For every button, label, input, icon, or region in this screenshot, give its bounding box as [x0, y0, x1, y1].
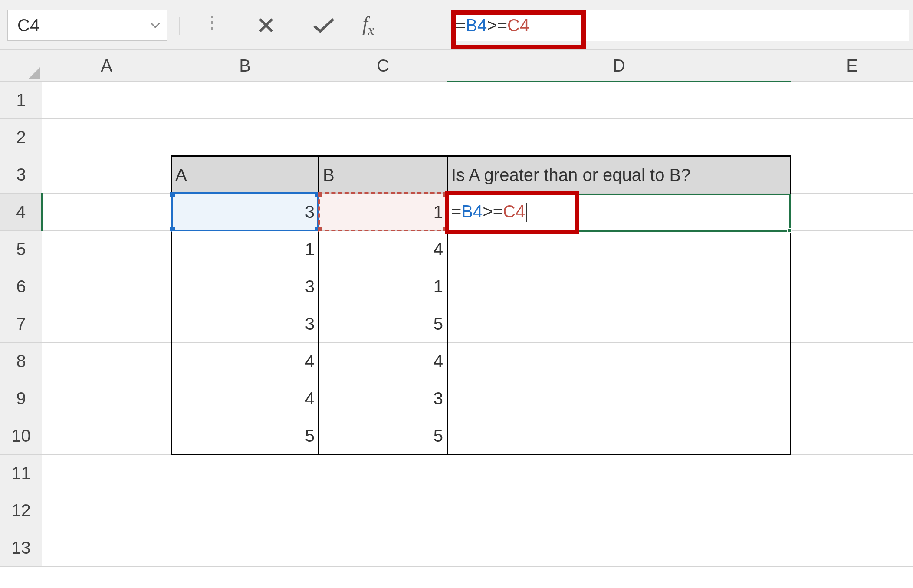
cell-D12[interactable]	[447, 492, 791, 529]
cell-C2[interactable]	[319, 119, 447, 156]
row-header-5[interactable]: 5	[0, 231, 42, 268]
cell-A12[interactable]	[42, 492, 171, 529]
cell-B6[interactable]: 3	[171, 268, 319, 305]
cell-D3[interactable]: Is A greater than or equal to B?	[447, 156, 791, 194]
cell-C9[interactable]: 3	[319, 380, 447, 417]
formula-bar-grip-icon[interactable]	[211, 16, 213, 30]
cell-E10[interactable]	[791, 417, 913, 455]
cell-A4[interactable]	[42, 194, 171, 231]
cell-D11[interactable]	[447, 455, 791, 492]
cell-B4[interactable]: 3	[171, 194, 319, 231]
cell-A2[interactable]	[42, 119, 171, 156]
cell-D1[interactable]	[447, 82, 791, 119]
cell-E12[interactable]	[791, 492, 913, 529]
cell-E9[interactable]	[791, 380, 913, 417]
row-header-8[interactable]: 8	[0, 343, 42, 380]
row-header-9[interactable]: 9	[0, 380, 42, 417]
cell-B1[interactable]	[171, 82, 319, 119]
cell-D4[interactable]: =B4>=C4	[447, 194, 791, 231]
row-header-11[interactable]: 11	[0, 455, 42, 492]
cell-B3[interactable]: A	[171, 156, 319, 194]
cell-A5[interactable]	[42, 231, 171, 268]
row-header-12[interactable]: 12	[0, 492, 42, 529]
cell-C8[interactable]: 4	[319, 343, 447, 380]
range-highlight-B4	[171, 192, 319, 232]
cell-A7[interactable]	[42, 305, 171, 343]
cell-A6[interactable]	[42, 268, 171, 305]
cell-D9[interactable]	[447, 380, 791, 417]
cell-C4[interactable]: 1	[319, 194, 447, 231]
column-header-E[interactable]: E	[791, 50, 913, 82]
cell-B9[interactable]: 4	[171, 380, 319, 417]
cell-D2[interactable]	[447, 119, 791, 156]
cell-B5[interactable]: 1	[171, 231, 319, 268]
cell-E7[interactable]	[791, 305, 913, 343]
cell-A8[interactable]	[42, 343, 171, 380]
row-header-4[interactable]: 4	[0, 194, 42, 231]
cell-D10[interactable]	[447, 417, 791, 455]
cell-B7[interactable]: 3	[171, 305, 319, 343]
insert-function-button[interactable]: fx	[362, 12, 374, 38]
row-header-13[interactable]: 13	[0, 529, 42, 567]
cell-C7[interactable]: 5	[319, 305, 447, 343]
row-header-1[interactable]: 1	[0, 82, 42, 119]
cell-B13[interactable]	[171, 529, 319, 567]
cell-E1[interactable]	[791, 82, 913, 119]
cell-A13[interactable]	[42, 529, 171, 567]
cell-D5[interactable]	[447, 231, 791, 268]
range-highlight-C4	[318, 192, 448, 232]
cell-C1[interactable]	[319, 82, 447, 119]
cell-C10[interactable]: 5	[319, 417, 447, 455]
cell-C3[interactable]: B	[319, 156, 447, 194]
cell-B12[interactable]	[171, 492, 319, 529]
cell-edit-text: =B4>=C4	[451, 202, 527, 221]
cell-D7[interactable]	[447, 305, 791, 343]
column-header-C[interactable]: C	[319, 50, 447, 82]
row-header-2[interactable]: 2	[0, 119, 42, 156]
row-header-10[interactable]: 10	[0, 417, 42, 455]
select-all-corner[interactable]	[0, 50, 42, 82]
cell-E6[interactable]	[791, 268, 913, 305]
cell-C5[interactable]: 4	[319, 231, 447, 268]
cell-A10[interactable]	[42, 417, 171, 455]
row-header-6[interactable]: 6	[0, 268, 42, 305]
cell-E5[interactable]	[791, 231, 913, 268]
cell-A9[interactable]	[42, 380, 171, 417]
name-box-dropdown-icon[interactable]	[144, 10, 167, 40]
cell-B2[interactable]	[171, 119, 319, 156]
column-header-D[interactable]: D	[447, 50, 791, 82]
cell-B10[interactable]: 5	[171, 417, 319, 455]
cell-E13[interactable]	[791, 529, 913, 567]
cell-D13[interactable]	[447, 529, 791, 567]
cell-D6[interactable]	[447, 268, 791, 305]
name-box-value: C4	[8, 16, 144, 35]
cell-A3[interactable]	[42, 156, 171, 194]
cell-E8[interactable]	[791, 343, 913, 380]
cell-D8[interactable]	[447, 343, 791, 380]
cell-A11[interactable]	[42, 455, 171, 492]
enter-button[interactable]	[311, 13, 337, 37]
formula-bar: C4 fx =B4>=C4	[0, 0, 913, 50]
cell-A1[interactable]	[42, 82, 171, 119]
formula-input-text: =B4>=C4	[456, 16, 529, 35]
cell-B11[interactable]	[171, 455, 319, 492]
cancel-button[interactable]	[253, 13, 279, 37]
row-header-3[interactable]: 3	[0, 156, 42, 194]
cell-C12[interactable]	[319, 492, 447, 529]
cell-B8[interactable]: 4	[171, 343, 319, 380]
formula-input[interactable]: =B4>=C4	[451, 10, 909, 41]
formula-bar-separator	[179, 17, 180, 35]
cell-E3[interactable]	[791, 156, 913, 194]
cell-E2[interactable]	[791, 119, 913, 156]
column-header-B[interactable]: B	[171, 50, 319, 82]
spreadsheet-grid[interactable]: A B C D E 1 2 3 A B Is A greater than or…	[0, 50, 913, 588]
cell-C11[interactable]	[319, 455, 447, 492]
cell-E11[interactable]	[791, 455, 913, 492]
row-header-7[interactable]: 7	[0, 305, 42, 343]
name-box[interactable]: C4	[7, 10, 167, 41]
cell-E4[interactable]	[791, 194, 913, 231]
cell-C13[interactable]	[319, 529, 447, 567]
cell-C6[interactable]: 1	[319, 268, 447, 305]
column-header-A[interactable]: A	[42, 50, 171, 82]
